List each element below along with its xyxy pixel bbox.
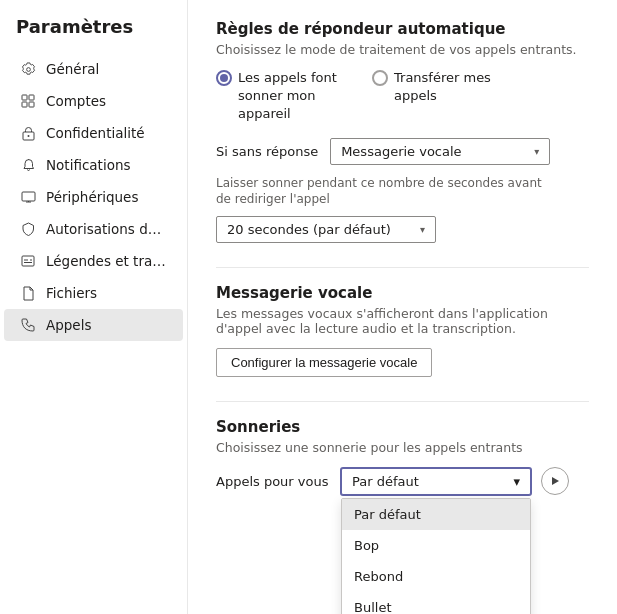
messagerie-title: Messagerie vocale [216,284,589,302]
sonneries-section: Sonneries Choisissez une sonnerie pour l… [216,418,589,614]
svg-rect-3 [29,102,34,107]
si-sans-reponse-label: Si sans réponse [216,144,318,159]
divider-1 [216,267,589,268]
sidebar-item-legendes[interactable]: Légendes et transcriptions [4,245,183,277]
radio-transfer-circle[interactable] [372,70,388,86]
sidebar-item-notifications-label: Notifications [46,157,131,173]
monitor-icon [20,189,36,205]
radio-transfer-label: Transférer mes appels [394,69,504,105]
repondeur-desc: Choisissez le mode de traitement de vos … [216,42,589,57]
phone-icon [20,317,36,333]
svg-point-5 [27,135,29,137]
dropdown-option-par-defaut[interactable]: Par défaut [342,499,530,530]
sidebar-item-peripheriques-label: Périphériques [46,189,138,205]
radio-group: Les appels font sonner mon appareil Tran… [216,69,589,124]
svg-rect-1 [29,95,34,100]
messagerie-desc: Les messages vocaux s'afficheront dans l… [216,306,589,336]
sidebar-item-confidentialite-label: Confidentialité [46,125,145,141]
sidebar-item-general-label: Général [46,61,99,77]
svg-rect-6 [22,192,35,201]
sidebar-item-confidentialite[interactable]: Confidentialité [4,117,183,149]
sidebar-item-notifications[interactable]: Notifications [4,149,183,181]
seconds-dropdown[interactable]: 20 secondes (par défaut) ▾ [216,216,436,243]
si-sans-reponse-row: Si sans réponse Messagerie vocale ▾ [216,138,589,165]
sidebar-item-appels-label: Appels [46,317,91,333]
gear-icon [20,61,36,77]
messagerie-dropdown-chevron: ▾ [534,146,539,157]
captions-icon [20,253,36,269]
radio-ring-circle[interactable] [216,70,232,86]
sonneries-vous-label: Appels pour vous [216,474,331,489]
messagerie-dropdown-value: Messagerie vocale [341,144,461,159]
seconds-row: 20 secondes (par défaut) ▾ [216,216,589,243]
repondeur-section: Règles de répondeur automatique Choisiss… [216,20,589,243]
repondeur-hint: Laisser sonner pendant ce nombre de seco… [216,175,556,209]
shield-icon [20,221,36,237]
comptes-icon [20,93,36,109]
sidebar-item-fichiers-label: Fichiers [46,285,97,301]
repondeur-title: Règles de répondeur automatique [216,20,589,38]
svg-rect-2 [22,102,27,107]
radio-ring-label: Les appels font sonner mon appareil [238,69,348,124]
sonneries-vous-value: Par défaut [352,474,419,489]
sonneries-title: Sonneries [216,418,589,436]
file-icon [20,285,36,301]
bell-icon [20,157,36,173]
sidebar-title: Paramètres [0,16,187,53]
sonneries-row-vous: Appels pour vous Par défaut ▾ Par défaut… [216,467,589,495]
sonneries-vous-play-btn[interactable] [541,467,569,495]
sidebar-item-fichiers[interactable]: Fichiers [4,277,183,309]
sidebar-item-appels[interactable]: Appels [4,309,183,341]
lock-icon [20,125,36,141]
messagerie-section: Messagerie vocale Les messages vocaux s'… [216,284,589,377]
divider-2 [216,401,589,402]
svg-rect-0 [22,95,27,100]
sonneries-vous-dropdown-container: Par défaut ▾ Par défaut Bop Rebond Bulle… [341,468,531,495]
sidebar-item-autorisations[interactable]: Autorisations de l'applic... [4,213,183,245]
seconds-dropdown-value: 20 secondes (par défaut) [227,222,391,237]
sidebar-item-autorisations-label: Autorisations de l'applic... [46,221,167,237]
seconds-dropdown-chevron: ▾ [420,224,425,235]
dropdown-option-bop[interactable]: Bop [342,530,530,561]
radio-option-ring[interactable]: Les appels font sonner mon appareil [216,69,348,124]
radio-option-transfer[interactable]: Transférer mes appels [372,69,504,105]
svg-marker-8 [552,477,559,485]
sidebar-item-peripheriques[interactable]: Périphériques [4,181,183,213]
sonneries-vous-dropdown[interactable]: Par défaut ▾ [341,468,531,495]
svg-rect-7 [22,256,34,266]
main-content: Règles de répondeur automatique Choisiss… [188,0,617,614]
sonneries-desc: Choisissez une sonnerie pour les appels … [216,440,589,455]
sidebar-item-comptes-label: Comptes [46,93,106,109]
messagerie-dropdown[interactable]: Messagerie vocale ▾ [330,138,550,165]
dropdown-option-rebond[interactable]: Rebond [342,561,530,592]
sidebar-item-legendes-label: Légendes et transcriptions [46,253,167,269]
sonneries-dropdown-popup: Par défaut Bop Rebond Bullet [341,498,531,614]
sidebar-item-comptes[interactable]: Comptes [4,85,183,117]
sonneries-vous-chevron: ▾ [513,474,520,489]
sidebar: Paramètres Général Comptes [0,0,188,614]
dropdown-option-bullet[interactable]: Bullet [342,592,530,614]
configure-messagerie-btn[interactable]: Configurer la messagerie vocale [216,348,432,377]
sidebar-item-general[interactable]: Général [4,53,183,85]
